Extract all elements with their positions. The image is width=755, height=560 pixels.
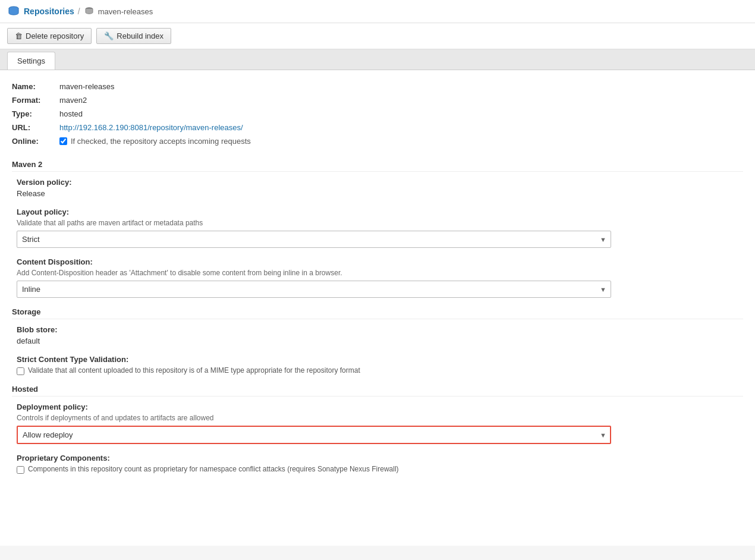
content-disposition-select[interactable]: Inline Attachment [17,281,611,298]
proprietary-checkbox[interactable] [17,466,24,474]
version-policy-label: Version policy: [17,178,743,187]
type-row: Type: hosted [12,107,743,121]
content-disposition-hint: Add Content-Disposition header as 'Attac… [17,269,743,277]
rebuild-button-label: Rebuild index [117,32,163,40]
tab-settings[interactable]: Settings [7,52,55,70]
url-label: URL: [12,123,59,132]
blob-store-value: default [17,336,743,345]
deployment-policy-select-wrapper: Allow redeploy Disable redeploy Read-onl… [17,426,611,444]
layout-policy-group: Layout policy: Validate that all paths a… [12,207,743,248]
blob-store-group: Blob store: default [12,325,743,345]
repositories-link[interactable]: Repositories [24,7,74,16]
type-label: Type: [12,109,59,118]
hosted-section-header: Hosted [12,385,743,397]
name-value: maven-releases [59,82,115,91]
proprietary-label: Proprietary Components: [17,454,743,463]
deployment-policy-group: Deployment policy: Controls if deploymen… [12,402,743,444]
info-table: Name: maven-releases Format: maven2 Type… [12,80,743,148]
name-label: Name: [12,82,59,91]
url-row: URL: http://192.168.2.190:8081/repositor… [12,121,743,134]
format-value: maven2 [59,96,87,105]
version-policy-group: Version policy: Release [12,178,743,198]
current-repo-icon [84,6,95,17]
strict-validation-hint: Validate that all content uploaded to th… [28,366,360,375]
content-disposition-label: Content Disposition: [17,257,743,266]
strict-validation-group: Strict Content Type Validation: Validate… [12,355,743,375]
storage-section-header: Storage [12,307,743,319]
breadcrumb-bar: Repositories / maven-releases [0,0,755,23]
deployment-policy-select[interactable]: Allow redeploy Disable redeploy Read-onl… [17,426,611,444]
layout-policy-label: Layout policy: [17,207,743,216]
breadcrumb-separator: / [78,7,80,16]
online-value-row: If checked, the repository accepts incom… [59,137,251,146]
strict-validation-checkbox-row: Validate that all content uploaded to th… [17,366,743,375]
deployment-policy-label: Deployment policy: [17,402,743,411]
wrench-icon: 🔧 [104,32,114,40]
delete-button-label: Delete repository [26,32,84,40]
strict-validation-checkbox[interactable] [17,367,24,375]
deployment-policy-hint: Controls if deployments of and updates t… [17,414,743,422]
proprietary-checkbox-row: Components in this repository count as p… [17,465,743,474]
format-label: Format: [12,96,59,105]
current-repo-name: maven-releases [98,7,153,16]
content-disposition-select-wrapper: Inline Attachment ▼ [17,281,611,298]
settings-content: Name: maven-releases Format: maven2 Type… [0,70,755,546]
layout-policy-select[interactable]: Strict Permissive [17,231,611,248]
type-value: hosted [59,109,83,118]
name-row: Name: maven-releases [12,80,743,93]
format-row: Format: maven2 [12,93,743,107]
trash-icon: 🗑 [15,32,23,40]
online-row: Online: If checked, the repository accep… [12,134,743,148]
rebuild-index-button[interactable]: 🔧 Rebuild index [96,28,171,44]
delete-repository-button[interactable]: 🗑 Delete repository [7,28,92,44]
content-disposition-group: Content Disposition: Add Content-Disposi… [12,257,743,298]
maven2-section-header: Maven 2 [12,160,743,172]
proprietary-group: Proprietary Components: Components in th… [12,454,743,474]
layout-policy-select-wrapper: Strict Permissive ▼ [17,231,611,248]
online-label: Online: [12,137,59,146]
online-checkbox[interactable] [59,137,67,145]
url-value[interactable]: http://192.168.2.190:8081/repository/mav… [59,123,243,132]
version-policy-value: Release [17,189,743,198]
blob-store-label: Blob store: [17,325,743,334]
tab-bar: Settings [0,49,755,70]
proprietary-hint: Components in this repository count as p… [28,465,399,473]
strict-validation-label: Strict Content Type Validation: [17,355,743,364]
online-hint: If checked, the repository accepts incom… [71,137,251,146]
toolbar: 🗑 Delete repository 🔧 Rebuild index [0,23,755,49]
repositories-icon [7,5,20,18]
layout-policy-hint: Validate that all paths are maven artifa… [17,219,743,227]
